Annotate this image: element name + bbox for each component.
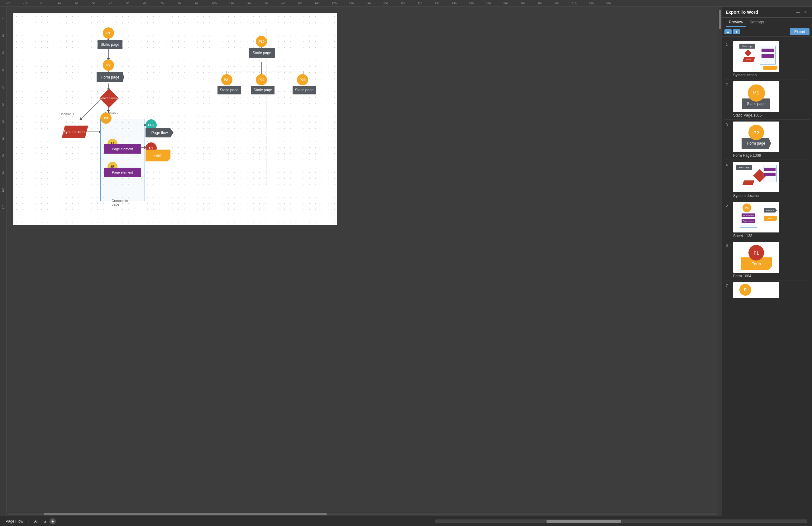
flow-arrows	[13, 13, 337, 225]
thumbnail-5[interactable]: 5 P3 Page element Page element Page flow…	[724, 200, 810, 240]
thumb-image-6: F1 Form	[733, 242, 779, 273]
canvas-scroll[interactable]: P1 Static page P2 Form page System decis…	[7, 7, 718, 512]
export-button[interactable]: Export	[790, 28, 810, 35]
thumb-image-7: P	[733, 282, 779, 298]
box-decision[interactable]: System decision	[99, 88, 119, 108]
panel-header-buttons: — ×	[795, 9, 808, 15]
v-scrollbar-thumb[interactable]	[719, 10, 721, 29]
bottom-scrollbar-thumb[interactable]	[547, 520, 621, 523]
scroll-up-btn[interactable]: ▲	[724, 29, 731, 34]
node-p23[interactable]: P23	[297, 74, 308, 85]
composite-container[interactable]: Composite page 3A Page element 3B Page e…	[100, 119, 145, 201]
box-static-23[interactable]: Static page	[293, 86, 316, 94]
ruler-left: 0 10 20 30 40 50 60 70 80 90 100 110	[0, 7, 7, 516]
bottom-bar: Page Flow | All ▲ +	[0, 516, 812, 526]
canvas-page: P1 Static page P2 Form page System decis…	[13, 13, 337, 225]
thumb-image-5: P3 Page element Page element Page flow F…	[733, 202, 779, 232]
thumb-label-3: Form Page.1009	[733, 153, 779, 158]
node-p21[interactable]: P21	[221, 74, 232, 85]
box-pageflow[interactable]: Page flow	[146, 128, 174, 137]
thumb-number-2: 2	[726, 81, 730, 87]
thumbnail-3[interactable]: 3 P2 Form page Form Page.1009	[724, 120, 810, 160]
bottom-tab-pageflow[interactable]: Page Flow	[3, 518, 26, 524]
thumb-number-5: 5	[726, 202, 730, 207]
ruler-marks: -20 -10 0 10 20 30 40 50 60 70 80 90 100…	[6, 2, 623, 5]
ruler-top: -20 -10 0 10 20 30 40 50 60 70 80 90 100…	[0, 0, 812, 7]
thumb-number-3: 3	[726, 121, 730, 127]
thumbnail-4[interactable]: 4 Static page System deci	[724, 160, 810, 200]
thumb-image-1: Static page action	[733, 41, 779, 72]
thumb-number-7: 7	[726, 282, 730, 288]
node-p22[interactable]: P22	[256, 74, 267, 85]
panel-tabs: Preview Settings	[722, 18, 812, 27]
box-static-20[interactable]: Static page	[249, 48, 275, 58]
box-pageelement-2[interactable]: Page element	[104, 167, 141, 177]
thumbnail-2[interactable]: 2 P1 Static page Static Page.1006	[724, 79, 810, 120]
bottom-scrollbar[interactable]	[435, 520, 807, 523]
thumb-label-5: Sheet.1138	[733, 234, 779, 238]
box-form-1[interactable]: Form page	[97, 72, 124, 82]
thumb-image-2: P1 Static page	[733, 81, 779, 112]
thumb-image-3: P2 Form page	[733, 121, 779, 152]
bottom-add-btn[interactable]: +	[49, 518, 56, 524]
box-static-1[interactable]: Static page	[98, 40, 122, 49]
thumbnail-7[interactable]: 7 P	[724, 280, 810, 301]
panel-toolbar: ▲ ▼ Export	[722, 27, 812, 37]
node-p2[interactable]: P2	[103, 59, 114, 71]
h-scrollbar[interactable]	[7, 512, 718, 516]
thumb-label-4: System decision	[733, 193, 779, 198]
thumbnail-1[interactable]: 1 Static page action	[724, 39, 810, 79]
bottom-sort-indicator: ▲	[43, 519, 47, 524]
panel-title: Export To Word	[726, 10, 758, 15]
composite-label: Composite page	[112, 199, 134, 206]
box-form-2[interactable]: Form	[146, 149, 171, 161]
v-scrollbar[interactable]	[718, 7, 722, 516]
box-static-22[interactable]: Static page	[251, 86, 275, 94]
panel-scroll[interactable]: 1 Static page action	[722, 37, 812, 516]
thumb-label-6: Form.1084	[733, 274, 779, 278]
scroll-down-btn[interactable]: ▼	[733, 29, 740, 34]
box-sysaction[interactable]: System action	[62, 126, 88, 138]
right-panel: Export To Word — × Preview Settings ▲ ▼ …	[722, 7, 812, 516]
thumb-label-1: System action	[733, 73, 779, 77]
svg-line-4	[81, 99, 101, 119]
bottom-tab-all[interactable]: All	[32, 518, 41, 524]
panel-close-btn[interactable]: ×	[803, 9, 808, 15]
main-area: 0 10 20 30 40 50 60 70 80 90 100 110	[0, 7, 812, 516]
thumb-number-1: 1	[726, 41, 730, 47]
thumb-number-4: 4	[726, 162, 730, 167]
panel-minimize-btn[interactable]: —	[795, 9, 801, 15]
thumb-number-6: 6	[726, 242, 730, 248]
thumb-image-4: Static page	[733, 162, 779, 192]
h-scrollbar-thumb[interactable]	[44, 513, 327, 515]
tab-preview[interactable]: Preview	[726, 18, 746, 27]
label-decision1: Decision 1	[59, 113, 74, 116]
node-p1[interactable]: P1	[103, 27, 114, 39]
tab-settings[interactable]: Settings	[746, 18, 767, 27]
box-pageelement-1[interactable]: Page element	[104, 144, 141, 154]
thumbnail-6[interactable]: 6 F1 Form Form.1084	[724, 240, 810, 280]
box-static-21[interactable]: Static page	[217, 86, 241, 94]
node-p20[interactable]: P20	[256, 36, 267, 47]
thumb-label-2: Static Page.1006	[733, 113, 779, 117]
canvas-container[interactable]: P1 Static page P2 Form page System decis…	[7, 7, 718, 516]
panel-header: Export To Word — ×	[722, 7, 812, 18]
